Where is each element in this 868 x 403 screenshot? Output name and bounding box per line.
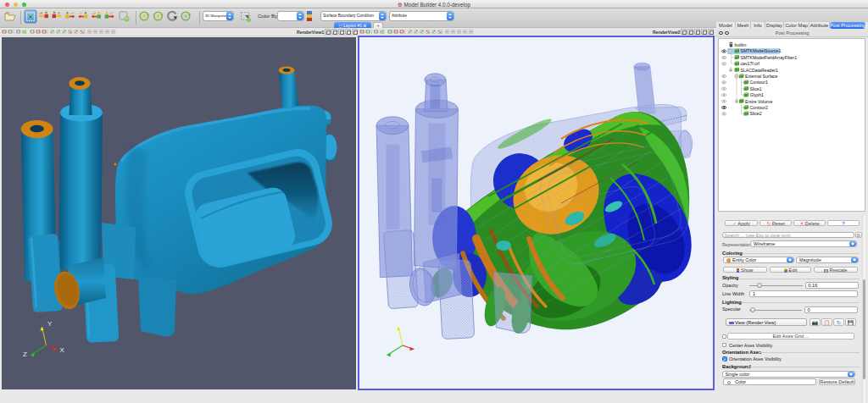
svg-text:+Y: +Y <box>70 11 75 15</box>
svg-text:+Z: +Z <box>92 11 97 15</box>
svg-text:SMTKModelFieldArrayFilter1: SMTKModelFieldArrayFilter1 <box>741 55 798 60</box>
svg-text:builtin:: builtin: <box>735 42 748 47</box>
svg-text:Slice1: Slice1 <box>750 86 762 91</box>
svg-text:X: X <box>60 346 65 354</box>
svg-text:External Surface: External Surface <box>745 74 777 79</box>
svg-text:SMTKModelSource1: SMTKModelSource1 <box>741 48 782 53</box>
svg-text:Y: Y <box>47 320 53 328</box>
svg-text:Glyph1: Glyph1 <box>750 92 765 97</box>
svg-text:SLACDataReader1: SLACDataReader1 <box>741 68 779 73</box>
svg-text:cav17f.crf: cav17f.crf <box>741 61 760 66</box>
svg-text:Contour2: Contour2 <box>750 105 768 110</box>
svg-text:-Z: -Z <box>109 11 113 15</box>
svg-text:Z: Z <box>23 351 27 358</box>
svg-text:-Y: -Y <box>79 11 82 15</box>
svg-text:+X: +X <box>39 11 43 15</box>
svg-text:Contour1: Contour1 <box>750 80 768 85</box>
svg-text:Entire Volume: Entire Volume <box>745 99 772 104</box>
svg-text:Slice2: Slice2 <box>750 111 762 116</box>
svg-text:-X: -X <box>57 11 60 15</box>
